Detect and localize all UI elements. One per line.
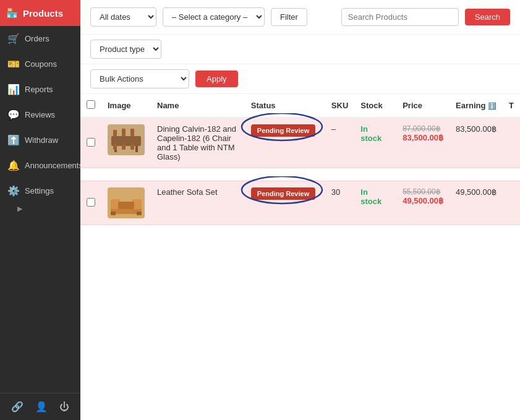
spacer-cell xyxy=(80,168,520,181)
svg-rect-2 xyxy=(135,146,138,152)
table-row: Leather Sofa Set Pending Review 30 In st… xyxy=(80,181,520,225)
sidebar-item-withdraw[interactable]: ⬆️ Withdraw xyxy=(0,127,80,153)
row2-stock: In stock xyxy=(360,187,381,206)
apply-button[interactable]: Apply xyxy=(195,71,238,87)
sidebar-withdraw-label: Withdraw xyxy=(25,135,58,145)
header-name: Name xyxy=(151,94,245,118)
row2-product-name: Leather Sofa Set xyxy=(157,187,218,197)
row2-price-original: 55,500.00฿ xyxy=(403,187,443,196)
sidebar-orders-label: Orders xyxy=(25,34,49,43)
row2-sku-cell: 30 xyxy=(325,181,354,225)
external-link-icon[interactable]: 🔗 xyxy=(11,401,23,413)
svg-rect-14 xyxy=(111,212,116,215)
table-row: Dining Calvin-182 and Capelin-182 (6 Cha… xyxy=(80,118,520,168)
header-stock: Stock xyxy=(354,94,396,118)
orders-icon: 🛒 xyxy=(7,33,20,45)
spacer-row xyxy=(80,168,520,181)
header-price: Price xyxy=(396,94,450,118)
row2-checkbox[interactable] xyxy=(87,198,95,207)
sidebar-item-reports[interactable]: 📊 Reports xyxy=(0,77,80,102)
row1-status-cell: Pending Review xyxy=(245,118,325,168)
header-earning: Earning ℹ️ xyxy=(450,94,503,118)
sidebar-reviews-label: Reviews xyxy=(25,110,55,119)
row1-sku: – xyxy=(331,124,336,134)
withdraw-icon: ⬆️ xyxy=(7,134,20,146)
header-sku: SKU xyxy=(325,94,354,118)
row2-product-image xyxy=(108,187,145,218)
svg-rect-4 xyxy=(122,129,126,136)
store-icon: 🏪 xyxy=(6,7,18,19)
bulk-actions-select[interactable]: Bulk Actions Delete xyxy=(90,69,189,88)
row2-status-badge: Pending Review xyxy=(251,187,315,200)
row1-t-cell xyxy=(503,118,520,168)
sidebar-announcements-label: Announcements xyxy=(25,161,83,170)
svg-rect-13 xyxy=(118,202,134,209)
product-type-bar: Product type Simple Variable xyxy=(80,35,520,64)
row1-checkbox-cell xyxy=(80,118,101,168)
search-button[interactable]: Search xyxy=(465,9,510,25)
brand-label: Products xyxy=(23,8,63,19)
products-tbody: Dining Calvin-182 and Capelin-182 (6 Cha… xyxy=(80,118,520,225)
user-icon[interactable]: 👤 xyxy=(35,401,48,413)
row1-stock-cell: In stock xyxy=(354,118,396,168)
row2-status-cell: Pending Review xyxy=(245,181,325,225)
search-input[interactable] xyxy=(341,8,459,26)
header-status: Status xyxy=(245,94,325,118)
settings-submenu-arrow: ▶ xyxy=(0,204,80,213)
sidebar-item-settings[interactable]: ⚙️ Settings xyxy=(0,178,80,204)
svg-rect-15 xyxy=(137,212,142,215)
sidebar-settings-label: Settings xyxy=(25,186,54,195)
svg-rect-5 xyxy=(130,129,134,136)
row2-price-sale: 49,500.00฿ xyxy=(403,196,443,205)
reviews-icon: 💬 xyxy=(7,109,20,121)
svg-rect-3 xyxy=(113,130,117,136)
sidebar-coupons-label: Coupons xyxy=(25,59,57,69)
row1-sku-cell: – xyxy=(325,118,354,168)
header-checkbox-col xyxy=(80,94,101,118)
row1-price-sale: 83,500.00฿ xyxy=(403,133,443,142)
sidebar: 🏪 Products 🛒 Orders 🎫 Coupons 📊 Reports … xyxy=(0,0,80,420)
header-image: Image xyxy=(101,94,151,118)
filter-button[interactable]: Filter xyxy=(271,8,307,26)
row1-checkbox[interactable] xyxy=(87,138,95,147)
sidebar-brand[interactable]: 🏪 Products xyxy=(0,0,80,26)
row2-image-cell xyxy=(101,181,151,225)
sidebar-item-announcements[interactable]: 🔔 Announcements xyxy=(0,153,80,178)
sidebar-bottom-actions: 🔗 👤 ⏻ xyxy=(0,393,80,420)
row2-t-cell xyxy=(503,181,520,225)
row2-earning: 49,500.00฿ xyxy=(456,187,497,197)
announcements-icon: 🔔 xyxy=(7,160,20,171)
row2-checkbox-cell xyxy=(80,181,101,225)
row1-earning-cell: 83,500.00฿ xyxy=(450,118,503,168)
row1-product-image xyxy=(108,124,145,155)
sidebar-item-reviews[interactable]: 💬 Reviews xyxy=(0,102,80,127)
row1-name-cell: Dining Calvin-182 and Capelin-182 (6 Cha… xyxy=(151,118,245,168)
dining-table-svg xyxy=(108,125,144,155)
row2-name-cell: Leather Sofa Set xyxy=(151,181,245,225)
product-type-select[interactable]: Product type Simple Variable xyxy=(90,40,161,59)
row1-price-cell: 87,000.00฿ 83,500.00฿ xyxy=(396,118,450,168)
select-all-checkbox[interactable] xyxy=(87,100,95,109)
power-icon[interactable]: ⏻ xyxy=(59,401,69,413)
row1-status-badge: Pending Review xyxy=(251,124,315,137)
sidebar-item-orders[interactable]: 🛒 Orders xyxy=(0,26,80,51)
top-bar: All dates Today This week This month – S… xyxy=(80,0,520,35)
bulk-actions-bar: Bulk Actions Delete Apply xyxy=(80,64,520,94)
sidebar-reports-label: Reports xyxy=(25,85,53,94)
coupons-icon: 🎫 xyxy=(7,58,20,70)
header-t: T xyxy=(503,94,520,118)
row2-stock-cell: In stock xyxy=(354,181,396,225)
sidebar-item-coupons[interactable]: 🎫 Coupons xyxy=(0,51,80,77)
row1-image-cell xyxy=(101,118,151,168)
table-header: Image Name Status SKU Stock Price Earnin… xyxy=(80,94,520,118)
reports-icon: 📊 xyxy=(7,84,20,95)
row2-price-cell: 55,500.00฿ 49,500.00฿ xyxy=(396,181,450,225)
date-filter[interactable]: All dates Today This week This month xyxy=(90,7,156,27)
row2-earning-cell: 49,500.00฿ xyxy=(450,181,503,225)
products-table-wrapper: Image Name Status SKU Stock Price Earnin… xyxy=(80,94,520,420)
row1-stock: In stock xyxy=(360,124,381,143)
category-filter[interactable]: – Select a category – xyxy=(163,7,265,27)
svg-rect-6 xyxy=(113,144,117,150)
products-table: Image Name Status SKU Stock Price Earnin… xyxy=(80,94,520,225)
settings-icon: ⚙️ xyxy=(7,185,20,197)
